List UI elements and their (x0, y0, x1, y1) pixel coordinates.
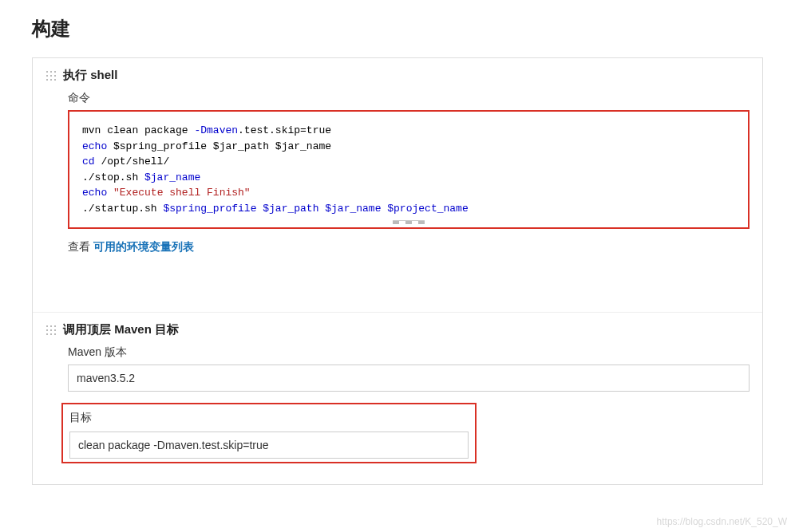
maven-version-input[interactable] (68, 365, 750, 392)
step-header: 调用顶层 Maven 目标 (45, 322, 750, 337)
code-text: $spring_profile $jar_path $jar_name $pro… (157, 203, 469, 215)
step-header: 执行 shell (45, 68, 750, 83)
drag-handle-icon[interactable] (45, 325, 57, 336)
build-container: 执行 shell 命令 mvn clean package -Dmaven.te… (32, 57, 763, 485)
field-command: 命令 mvn clean package -Dmaven.test.skip=t… (68, 91, 750, 229)
maven-goal-input[interactable] (69, 432, 469, 459)
code-text: $jar_name (138, 171, 200, 183)
svg-rect-1 (50, 71, 52, 73)
build-step-maven: 调用顶层 Maven 目标 Maven 版本 目标 (33, 312, 762, 484)
svg-rect-6 (46, 79, 48, 81)
svg-rect-4 (50, 75, 52, 77)
section-title: 构建 (32, 16, 763, 41)
svg-rect-12 (46, 329, 48, 331)
svg-rect-10 (50, 325, 52, 327)
env-variables-link[interactable]: 可用的环境变量列表 (93, 240, 194, 253)
svg-rect-13 (50, 329, 52, 331)
maven-version-label: Maven 版本 (68, 345, 750, 360)
view-env-link-row: 查看 可用的环境变量列表 (68, 240, 750, 254)
code-text: echo (82, 187, 107, 199)
svg-rect-0 (46, 71, 48, 73)
code-text: echo (82, 140, 107, 152)
goal-highlight: 目标 (61, 403, 477, 463)
field-maven-goal: 目标 (68, 403, 750, 463)
step-title-shell: 执行 shell (63, 68, 117, 83)
svg-rect-14 (54, 329, 56, 331)
svg-rect-9 (46, 325, 48, 327)
code-text: .test.skip=true (238, 124, 331, 136)
code-text: "Execute shell Finish" (107, 187, 250, 199)
svg-rect-16 (50, 333, 52, 335)
svg-rect-7 (50, 79, 52, 81)
command-label: 命令 (68, 91, 750, 105)
svg-rect-5 (54, 75, 56, 77)
shell-command-editor[interactable]: mvn clean package -Dmaven.test.skip=true… (68, 110, 750, 229)
field-maven-version: Maven 版本 (68, 345, 750, 392)
svg-rect-15 (46, 333, 48, 335)
build-step-shell: 执行 shell 命令 mvn clean package -Dmaven.te… (33, 58, 762, 264)
svg-rect-8 (54, 79, 56, 81)
svg-rect-11 (54, 325, 56, 327)
step-title-maven: 调用顶层 Maven 目标 (63, 322, 179, 337)
drag-handle-icon[interactable] (45, 70, 57, 81)
code-text: ./startup.sh (82, 203, 157, 215)
code-text: $spring_profile $jar_path $jar_name (107, 140, 331, 152)
view-env-prefix: 查看 (68, 240, 93, 253)
code-text: /opt/shell/ (95, 156, 170, 167)
svg-rect-17 (54, 333, 56, 335)
code-text: -Dmaven (194, 124, 238, 136)
code-text: mvn clean package (82, 124, 194, 136)
code-text: cd (82, 156, 95, 167)
svg-rect-3 (46, 75, 48, 77)
code-text: ./stop.sh (82, 171, 138, 183)
maven-goal-label: 目标 (69, 411, 469, 425)
svg-rect-2 (54, 71, 56, 73)
